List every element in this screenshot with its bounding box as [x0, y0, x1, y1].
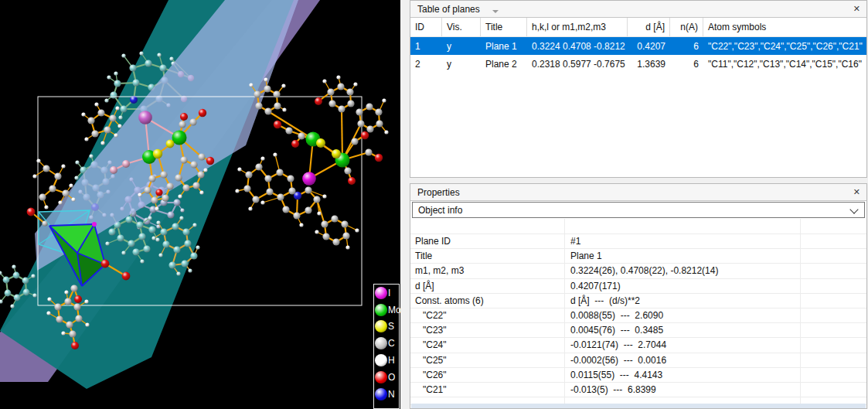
- property-value: 0.0115(55) --- 4.4143: [565, 368, 801, 382]
- object-info-table: Plane ID#1TitlePlane 1m1, m2, m30.3224(2…: [410, 219, 866, 405]
- legend-item: O: [374, 369, 399, 386]
- property-label: Title: [410, 249, 565, 263]
- property-row[interactable]: m1, m2, m30.3224(26), 0.4708(22), -0.821…: [410, 264, 866, 278]
- property-value: #1: [565, 234, 801, 248]
- cell-atoms: "C22","C23","C24","C25","C26","C21": [703, 41, 866, 52]
- structure-3d-viewport[interactable]: [0, 0, 400, 409]
- column-header-atom-symbols[interactable]: Atom symbols: [703, 18, 866, 36]
- property-value: [565, 219, 801, 233]
- legend-label: O: [388, 372, 395, 383]
- property-value: -0.0002(56) --- 0.0016: [565, 353, 801, 367]
- legend-label: S: [388, 321, 394, 332]
- atom-color-legend: IMoSCHON: [373, 284, 400, 409]
- property-value: d [Å] --- (d/s)**2: [565, 294, 801, 308]
- dropdown-value: Object info: [418, 205, 462, 216]
- close-icon[interactable]: ✕: [853, 3, 860, 14]
- cell-title: Plane 1: [481, 41, 527, 52]
- object-info-dropdown[interactable]: Object info: [412, 202, 865, 218]
- property-row[interactable]: Plane ID#1: [410, 234, 866, 249]
- table-of-planes-panel: Table of planes ✕ ID Vis. Title h,k,l or…: [410, 0, 867, 178]
- cell-d: 0.4207: [628, 41, 670, 52]
- property-value: 0.0088(55) --- 2.6090: [565, 308, 801, 322]
- legend-label: H: [388, 355, 395, 366]
- legend-item: H: [374, 352, 399, 369]
- column-header-d[interactable]: d [Å]: [628, 18, 670, 36]
- atom-color-swatch: [375, 287, 387, 299]
- atom-color-swatch: [375, 337, 387, 349]
- atom-color-swatch: [375, 354, 387, 366]
- property-value: -0.0121(74) --- 2.7044: [565, 338, 801, 352]
- legend-label: C: [388, 338, 395, 349]
- property-row[interactable]: "C23"0.0045(76) --- 0.3485: [410, 323, 866, 338]
- property-value: -0.013(5) --- 6.8399: [565, 383, 801, 397]
- property-label: Const. atoms (6): [410, 294, 565, 308]
- column-header-title[interactable]: Title: [481, 18, 527, 36]
- application-window: IMoSCHON Table of planes ✕ ID Vis. Title…: [0, 0, 868, 409]
- property-value: 0.4207(171): [565, 279, 801, 293]
- property-label: [410, 219, 565, 233]
- cell-vis: y: [442, 41, 481, 52]
- property-value: 0.0045(76) --- 0.3485: [565, 323, 801, 337]
- close-icon[interactable]: ✕: [853, 186, 860, 197]
- property-label: Plane ID: [410, 234, 565, 248]
- atom-color-swatch: [375, 388, 387, 400]
- chevron-down-icon: [492, 10, 499, 13]
- legend-item: I: [374, 285, 399, 302]
- table-body: 1yPlane 10.3224 0.4708 -0.82120.42076"C2…: [410, 37, 866, 73]
- properties-panel: Properties ✕ Object info Plane ID#1Title…: [410, 183, 867, 409]
- column-header-hkl[interactable]: h,k,l or m1,m2,m3: [527, 18, 628, 36]
- atom-color-swatch: [375, 304, 387, 316]
- dock-panel-column: Table of planes ✕ ID Vis. Title h,k,l or…: [400, 0, 868, 409]
- table-header-row: ID Vis. Title h,k,l or m1,m2,m3 d [Å] n(…: [410, 18, 866, 37]
- property-label: d [Å]: [410, 279, 565, 293]
- cell-id: 2: [410, 59, 442, 70]
- properties-titlebar[interactable]: Properties ✕: [410, 184, 866, 201]
- panel-title: Table of planes: [417, 4, 480, 15]
- column-header-n[interactable]: n(A): [670, 18, 703, 36]
- cell-vis: y: [442, 59, 481, 70]
- column-header-id[interactable]: ID: [410, 18, 442, 36]
- property-row[interactable]: d [Å]0.4207(171): [410, 279, 866, 294]
- property-row[interactable]: "C22"0.0088(55) --- 2.6090: [410, 308, 866, 323]
- property-value: Plane 1: [565, 249, 801, 263]
- cell-hkl: 0.2318 0.5977 -0.7675: [527, 59, 628, 70]
- cell-n: 6: [670, 59, 703, 70]
- property-row[interactable]: TitlePlane 1: [410, 249, 866, 264]
- cell-n: 6: [670, 41, 703, 52]
- cell-d: 1.3639: [628, 59, 670, 70]
- legend-label: N: [388, 389, 395, 400]
- property-label: "C22": [410, 308, 565, 322]
- property-row[interactable]: "C24"-0.0121(74) --- 2.7044: [410, 338, 866, 353]
- property-label: "C24": [410, 338, 565, 352]
- column-header-vis[interactable]: Vis.: [442, 18, 481, 36]
- legend-item: Mo: [374, 302, 399, 319]
- property-label: "C23": [410, 323, 565, 337]
- property-value: 0.3224(26), 0.4708(22), -0.8212(14): [565, 264, 801, 278]
- property-label: "C21": [410, 383, 565, 397]
- table-of-planes-titlebar[interactable]: Table of planes ✕: [410, 1, 866, 18]
- table-row[interactable]: 1yPlane 10.3224 0.4708 -0.82120.42076"C2…: [410, 37, 866, 55]
- atom-color-swatch: [375, 371, 387, 383]
- property-label: m1, m2, m3: [410, 264, 565, 278]
- legend-label: I: [388, 288, 390, 298]
- legend-label: Mo: [388, 305, 401, 315]
- cell-id: 1: [410, 41, 442, 52]
- property-row[interactable]: "C25"-0.0002(56) --- 0.0016: [410, 353, 866, 368]
- cell-atoms: "C11","C12","C13","C14","C15","C16": [703, 59, 866, 70]
- property-label: "C25": [410, 353, 565, 367]
- cell-hkl: 0.3224 0.4708 -0.8212: [527, 41, 628, 52]
- panel-title: Properties: [417, 187, 460, 198]
- property-label: "C26": [410, 368, 565, 382]
- panel-bottom-strip[interactable]: [411, 404, 866, 408]
- legend-item: C: [374, 335, 399, 352]
- legend-item: S: [374, 319, 399, 336]
- property-row[interactable]: Const. atoms (6)d [Å] --- (d/s)**2: [410, 294, 866, 308]
- legend-item: N: [374, 386, 399, 403]
- table-row[interactable]: 2yPlane 20.2318 0.5977 -0.76751.36396"C1…: [410, 55, 866, 73]
- atom-color-swatch: [375, 320, 387, 332]
- chevron-down-icon: [849, 205, 858, 213]
- cell-title: Plane 2: [481, 59, 527, 70]
- property-row[interactable]: "C21"-0.013(5) --- 6.8399: [410, 383, 866, 397]
- property-row[interactable]: "C26"0.0115(55) --- 4.4143: [410, 368, 866, 383]
- property-row[interactable]: [410, 219, 866, 234]
